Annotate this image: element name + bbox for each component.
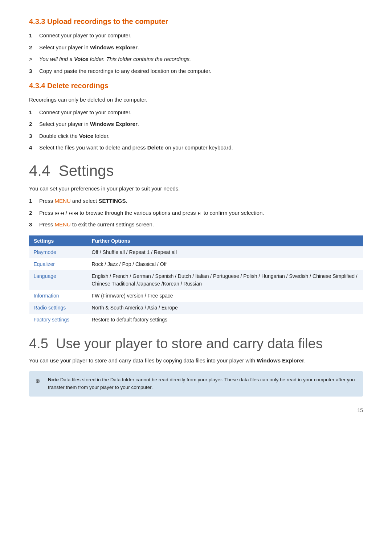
bold-text: Windows Explorer xyxy=(90,44,138,50)
steps-434: 1 Connect your player to your computer. … xyxy=(29,108,363,152)
step-44-3: 3 Press MENU to exit the current setting… xyxy=(29,221,363,229)
table-row: PlaymodeOff / Shuffle all / Repeat 1 / R… xyxy=(29,246,363,258)
settings-options: North & South America / Asia / Europe xyxy=(87,302,363,314)
arrow-sym: > xyxy=(29,55,39,63)
step-433-3: 3 Copy and paste the recordings to any d… xyxy=(29,67,363,75)
step-content: Connect your player to your computer. xyxy=(39,108,363,117)
step-content: You will find a Voice folder. This folde… xyxy=(39,55,363,63)
fast-forward-icon: ⏭⏭ xyxy=(69,210,78,216)
settings-name: Information xyxy=(29,290,87,302)
menu-keyword: MENU xyxy=(55,221,71,227)
table-row: Radio settingsNorth & South America / As… xyxy=(29,302,363,314)
step-434-2: 2 Select your player in Windows Explorer… xyxy=(29,120,363,128)
heading-434: 4.3.4 Delete recordings xyxy=(29,82,363,90)
step-num: 3 xyxy=(29,221,39,229)
step-content: Connect your player to your computer. xyxy=(39,32,363,40)
step-num: 1 xyxy=(29,32,39,40)
intro-45: You can use your player to store and car… xyxy=(29,357,363,365)
step-num: 4 xyxy=(29,144,39,152)
step-433-arrow: > You will find a Voice folder. This fol… xyxy=(29,55,363,63)
step-content: Select the files you want to delete and … xyxy=(39,144,363,152)
step-num: 3 xyxy=(29,132,39,140)
heading-433: 4.3.3 Upload recordings to the computer xyxy=(29,17,363,26)
note-label: Note xyxy=(48,377,59,382)
section-45: 4.5 Use your player to store and carry d… xyxy=(29,336,363,397)
play-pause-icon: ⏯ xyxy=(197,210,202,216)
settings-name: Factory settings xyxy=(29,314,87,326)
step-content: Double click the Voice folder. xyxy=(39,132,363,140)
settings-options: Off / Shuffle all / Repeat 1 / Repeat al… xyxy=(87,246,363,258)
table-row: Factory settingsRestore to default facto… xyxy=(29,314,363,326)
settings-table: Settings Further Options PlaymodeOff / S… xyxy=(29,235,363,326)
steps-433: 1 Connect your player to your computer. … xyxy=(29,32,363,75)
section-434: 4.3.4 Delete recordings Recordings can o… xyxy=(29,82,363,152)
table-row: InformationFW (Firmware) version / Free … xyxy=(29,290,363,302)
step-num: 1 xyxy=(29,197,39,205)
step-num: 1 xyxy=(29,108,39,117)
table-row: EqualizerRock / Jazz / Pop / Classical /… xyxy=(29,258,363,270)
step-433-1: 1 Connect your player to your computer. xyxy=(29,32,363,40)
step-434-1: 1 Connect your player to your computer. xyxy=(29,108,363,117)
step-44-1: 1 Press MENU and select SETTINGS. xyxy=(29,197,363,205)
step-num: 2 xyxy=(29,209,39,217)
settings-name: Language xyxy=(29,270,87,290)
steps-44: 1 Press MENU and select SETTINGS. 2 Pres… xyxy=(29,197,363,229)
bold-text: Windows Explorer xyxy=(257,357,304,364)
step-content: Press MENU and select SETTINGS. xyxy=(39,197,363,205)
rewind-icon: ⏮⏮ xyxy=(55,210,64,216)
settings-options: Rock / Jazz / Pop / Classical / Off xyxy=(87,258,363,270)
step-434-4: 4 Select the files you want to delete an… xyxy=(29,144,363,152)
section-433: 4.3.3 Upload recordings to the computer … xyxy=(29,17,363,75)
step-content: Copy and paste the recordings to any des… xyxy=(39,67,363,75)
table-header-settings: Settings xyxy=(29,235,87,246)
note-text: Note Data files stored in the Data folde… xyxy=(48,376,356,391)
section-44: 4.4 Settings You can set your preference… xyxy=(29,162,363,326)
note-body: Data files stored in the Data folder can… xyxy=(48,377,355,390)
step-num: 2 xyxy=(29,44,39,52)
step-434-3: 3 Double click the Voice folder. xyxy=(29,132,363,140)
step-content: Press MENU to exit the current settings … xyxy=(39,221,363,229)
settings-name: Radio settings xyxy=(29,302,87,314)
settings-name: Playmode xyxy=(29,246,87,258)
settings-options: FW (Firmware) version / Free space xyxy=(87,290,363,302)
step-433-2: 2 Select your player in Windows Explorer… xyxy=(29,44,363,52)
step-num: 2 xyxy=(29,120,39,128)
heading-44: 4.4 Settings xyxy=(29,162,363,180)
bold-text: Delete xyxy=(147,144,164,151)
settings-options: Restore to default factory settings xyxy=(87,314,363,326)
bold-text: SETTINGS xyxy=(98,198,126,204)
intro-434: Recordings can only be deleted on the co… xyxy=(29,96,363,104)
menu-keyword: MENU xyxy=(55,198,71,204)
intro-44: You can set your preferences in your pla… xyxy=(29,185,363,193)
step-content: Select your player in Windows Explorer. xyxy=(39,44,363,52)
step-content: Select your player in Windows Explorer. xyxy=(39,120,363,128)
settings-options: English / French / German / Spanish / Du… xyxy=(87,270,363,290)
table-row: LanguageEnglish / French / German / Span… xyxy=(29,270,363,290)
table-header-options: Further Options xyxy=(87,235,363,246)
settings-name: Equalizer xyxy=(29,258,87,270)
step-num: 3 xyxy=(29,67,39,75)
page-number: 15 xyxy=(29,407,363,413)
note-box: ⎈ Note Data files stored in the Data fol… xyxy=(29,371,363,397)
step-content: Press ⏮⏮ / ⏭⏭ to browse through the vari… xyxy=(39,209,363,217)
note-icon: ⎈ xyxy=(36,377,44,385)
bold-text: Voice xyxy=(79,133,93,139)
voice-word: Voice xyxy=(74,56,88,62)
heading-45: 4.5 Use your player to store and carry d… xyxy=(29,336,363,352)
step-44-2: 2 Press ⏮⏮ / ⏭⏭ to browse through the va… xyxy=(29,209,363,217)
bold-text: Windows Explorer xyxy=(90,121,138,127)
